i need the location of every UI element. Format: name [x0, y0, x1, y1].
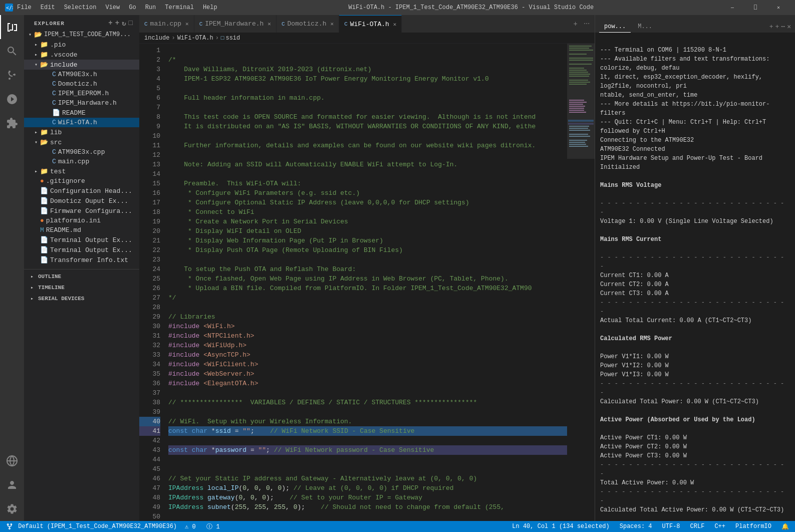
menu-item-go[interactable]: Go [125, 0, 140, 15]
tab-ipem-hardware-label: IPEM_Hardware.h [205, 20, 263, 28]
git-activity-icon[interactable] [0, 63, 24, 87]
tab-domoticz-close[interactable]: ✕ [331, 21, 334, 27]
menu-item-terminal[interactable]: Terminal [161, 0, 198, 15]
collapse-button[interactable]: □ [129, 19, 133, 28]
tab-wifiota-h[interactable]: C WiFi-OTA.h ✕ [339, 15, 402, 33]
explorer-activity-icon[interactable] [0, 15, 24, 39]
sidebar-item-test[interactable]: ▸ 📁 test [24, 166, 139, 176]
menu-bar: const menuData = JSON.parse(document.get… [13, 0, 221, 15]
sidebar-item-atm90e3x-h[interactable]: C ATM90E3x.h [24, 70, 139, 79]
sidebar-item-domoticz-output[interactable]: 📄 Domoticz Ouput Ex... [24, 196, 139, 206]
maximize-button[interactable]: ⎕ [744, 0, 767, 15]
activity-bar [0, 15, 24, 521]
menu-item-help[interactable]: Help [199, 0, 221, 15]
status-bar-left: Default (IPEM_1_Test_Code_ATM90E32_ATM90… [4, 522, 222, 531]
search-activity-icon[interactable] [0, 39, 24, 63]
sidebar-item-platformio-ini[interactable]: ● platformio.ini [24, 216, 139, 225]
tab-split-button[interactable]: + [572, 19, 580, 29]
sidebar-item-lib[interactable]: ▸ 📁 lib [24, 127, 139, 137]
cursor-position-status[interactable]: Ln 40, Col 1 (134 selected) [510, 523, 611, 530]
breadcrumb-ssid[interactable]: □ ssid [221, 35, 240, 42]
menu-item-edit[interactable]: Edit [37, 0, 59, 15]
menu-item-file[interactable]: File [13, 0, 36, 15]
sidebar-item-terminal-output-1[interactable]: 📄 Terminal Output Ex... [24, 235, 139, 245]
sidebar-item-transformer-info[interactable]: 📄 Transformer Info.txt [24, 255, 139, 265]
sidebar-item-root[interactable]: ▾ 📂 IPEM_1_TEST_CODE_ATM9... [24, 30, 139, 40]
settings-activity-icon[interactable] [0, 497, 24, 521]
right-panel-tabs: pow... M... + + ⋯ ✕ [595, 15, 795, 33]
line-numbers: 12345 678910 1112131415 1617181920 21222… [139, 44, 164, 521]
serial-devices-section[interactable]: ▸ SERIAL DEVICES [24, 292, 139, 303]
editor-content: 12345 678910 1112131415 1617181920 21222… [139, 44, 595, 521]
sidebar-item-readme-md[interactable]: M README.md [24, 225, 139, 235]
new-file-button[interactable]: + [108, 19, 113, 28]
title-bar: </> const menuData = JSON.parse(document… [0, 0, 795, 15]
sidebar-item-domoticz-h[interactable]: C Domoticz.h [24, 79, 139, 89]
breadcrumb-include[interactable]: include [144, 35, 169, 42]
tab-main-cpp[interactable]: C main.cpp ✕ [139, 15, 194, 33]
platformio-status[interactable]: PlatformIO [733, 523, 773, 530]
sidebar-item-main-cpp[interactable]: C main.cpp [24, 157, 139, 166]
minimize-button[interactable]: — [721, 0, 744, 15]
sidebar-title: EXPLORER [34, 21, 65, 27]
status-bar-right: Ln 40, Col 1 (134 selected) Spaces: 4 UT… [510, 523, 791, 530]
sidebar: EXPLORER + + ↻ □ ▾ 📂 IPEM_1_TEST_CODE_AT… [24, 15, 139, 521]
refresh-button[interactable]: ↻ [122, 19, 126, 28]
tab-ipem-hardware-h[interactable]: C IPEM_Hardware.h ✕ [194, 15, 277, 33]
sidebar-header: EXPLORER + + ↻ □ [24, 15, 139, 30]
sidebar-item-include[interactable]: ▾ 📂 include [24, 60, 139, 70]
extensions-activity-icon[interactable] [0, 111, 24, 135]
close-button[interactable]: ✕ [767, 0, 790, 15]
window-controls: — ⎕ ✕ [721, 0, 790, 15]
account-activity-icon[interactable] [0, 473, 24, 497]
minimap[interactable] [567, 44, 595, 521]
right-panel-content[interactable]: --- Terminal on COM6 | 115200 8-N-1 --- … [595, 33, 795, 521]
menu-item-view[interactable]: View [101, 0, 124, 15]
sidebar-item-config-header[interactable]: 📄 Configuration Head... [24, 186, 139, 196]
tab-domoticz-h[interactable]: C Domoticz.h ✕ [277, 15, 339, 33]
sidebar-item-ipem-eeprom-h[interactable]: C IPEM_EEPROM.h [24, 89, 139, 98]
eol-status[interactable]: CRLF [688, 523, 707, 530]
tab-ipem-hardware-close[interactable]: ✕ [268, 21, 271, 27]
outline-section[interactable]: ▸ OUTLINE [24, 270, 139, 281]
branch-name: Default (IPEM_1_Test_Code_ATM90E32_ATM90… [18, 523, 177, 530]
menu-item-selection[interactable]: Selection [60, 0, 101, 15]
remote-activity-icon[interactable] [0, 449, 24, 473]
status-bar: Default (IPEM_1_Test_Code_ATM90E32_ATM90… [0, 521, 795, 532]
encoding-status[interactable]: UTF-8 [660, 523, 682, 530]
panel-tab-pow[interactable]: pow... [599, 21, 631, 33]
notifications-status[interactable]: 🔔 [779, 523, 791, 530]
sidebar-item-vscode[interactable]: ▸ 📁 .vscode [24, 50, 139, 60]
menu-item-run[interactable]: Run [141, 0, 160, 15]
panel-close-button[interactable]: ✕ [787, 23, 791, 31]
main-layout: EXPLORER + + ↻ □ ▾ 📂 IPEM_1_TEST_CODE_AT… [0, 15, 795, 521]
sidebar-item-terminal-output-2[interactable]: 📄 Terminal Output Ex... [24, 245, 139, 255]
language-status[interactable]: C++ [712, 523, 727, 530]
sidebar-tree: ▾ 📂 IPEM_1_TEST_CODE_ATM9... ▸ 📁 .pio ▸ … [24, 30, 139, 521]
new-folder-button[interactable]: + [115, 19, 120, 28]
sidebar-item-wifiota-h[interactable]: C WiFi-OTA.h [24, 118, 139, 127]
indent-status[interactable]: Spaces: 4 [618, 523, 654, 530]
sidebar-item-src[interactable]: ▾ 📂 src [24, 137, 139, 147]
panel-more-button[interactable]: ⋯ [781, 23, 785, 31]
sidebar-item-atm90e3x-cpp[interactable]: C ATM90E3x.cpp [24, 147, 139, 157]
sidebar-item-firmware-config[interactable]: 📄 Firmware Configura... [24, 206, 139, 216]
sidebar-item-pio[interactable]: ▸ 📁 .pio [24, 40, 139, 50]
tab-wifiota-label: WiFi-OTA.h [350, 21, 389, 28]
errors-status[interactable]: ⚠ 0 Ⓘ 1 [183, 522, 222, 531]
run-activity-icon[interactable] [0, 87, 24, 111]
sidebar-item-gitignore[interactable]: ● .gitignore [24, 176, 139, 186]
breadcrumb: include › WiFi-OTA.h › □ ssid [139, 33, 595, 44]
tab-wifiota-close[interactable]: ✕ [393, 21, 397, 28]
sidebar-item-ipem-hardware-h[interactable]: C IPEM_Hardware.h [24, 98, 139, 108]
breadcrumb-wifiota[interactable]: WiFi-OTA.h [177, 35, 213, 42]
sidebar-item-readme[interactable]: 📄 README [24, 108, 139, 118]
branch-status[interactable]: Default (IPEM_1_Test_Code_ATM90E32_ATM90… [4, 523, 179, 530]
tab-main-cpp-close[interactable]: ✕ [185, 21, 189, 27]
code-editor[interactable]: /* Dave Williams, DitroniX 2019-2023 (di… [164, 44, 567, 521]
timeline-section[interactable]: ▸ TIMELINE [24, 281, 139, 292]
panel-tab-m[interactable]: M... [633, 21, 657, 33]
tab-more-button[interactable]: ‧‧‧ [582, 19, 592, 29]
panel-new-button[interactable]: + [769, 23, 773, 31]
panel-split-button[interactable]: + [775, 23, 779, 31]
